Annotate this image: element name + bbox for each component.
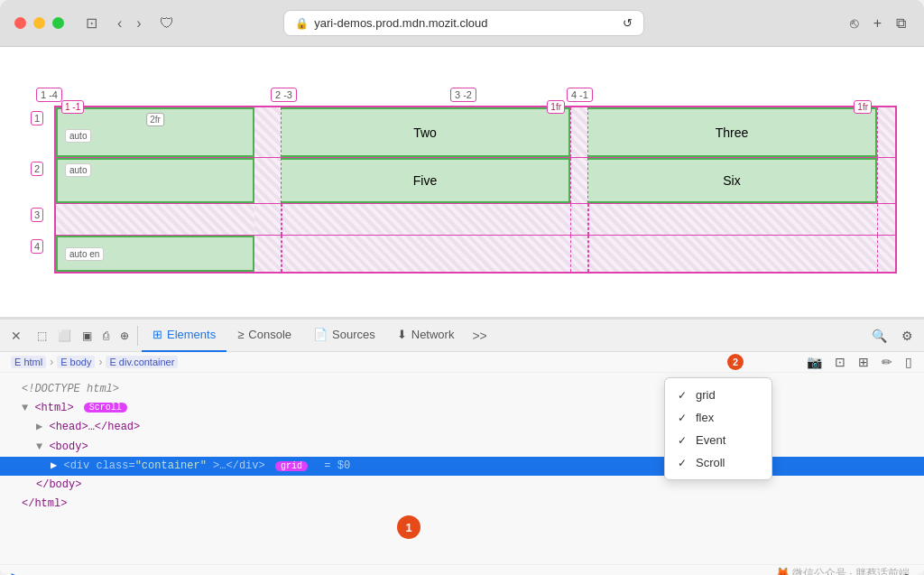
grid-empty-row4-1	[254, 236, 282, 272]
console-prompt[interactable]: >	[11, 570, 17, 575]
grid-empty-row4-2	[282, 236, 570, 272]
tab-overview-button[interactable]: ⧉	[892, 12, 910, 35]
dom-line-div-container[interactable]: ▶ <div class="container" >…</div> grid =…	[0, 457, 924, 476]
dom-panel: E html › E body › E div.container 2	[0, 352, 924, 575]
row-label-1: 1	[31, 111, 43, 125]
devtools-search-button[interactable]: 🔍	[864, 325, 894, 347]
triangle-icon-html: ▼	[22, 402, 34, 414]
page-content: 1 -4 2 -3 3 -2 4 -1 1 1 -1 2fr	[0, 47, 924, 575]
sources-tab-label: Sources	[332, 328, 375, 341]
inspect-element-icon[interactable]: ⬚	[32, 326, 51, 346]
cell-label-two: Two	[413, 125, 437, 140]
console-tab-icon: ≥	[237, 328, 244, 341]
devtools-icon-bar: ⬚ ⬜ ▣ ⎙ ⊕	[29, 326, 138, 346]
grid-cell-six: Six	[588, 158, 877, 203]
dropdown-item-event[interactable]: ✓ Event	[665, 429, 772, 451]
watermark-icon: 🦊	[776, 567, 792, 575]
paint-button[interactable]: ✏	[877, 352, 897, 372]
col-label-4: 4 -1	[567, 88, 593, 102]
triangle-icon-head: ▶	[36, 421, 49, 433]
dropdown-item-flex[interactable]: ✓ flex	[665, 406, 772, 429]
close-button[interactable]	[14, 17, 26, 29]
grid-empty-row3-4	[570, 204, 588, 235]
devtools-panel: ✕ ⬚ ⬜ ▣ ⎙ ⊕ ⊞ Elements ≥ Console 📄	[0, 318, 924, 575]
device-toolbar-icon[interactable]: ⬜	[53, 326, 76, 346]
dom-tree: <!DOCTYPE html> ▼ <html> Scroll ▶ <head>…	[0, 373, 924, 564]
grid-empty-1	[254, 107, 282, 157]
share-button[interactable]: ⎋	[846, 12, 863, 35]
grid-empty-row3-1	[56, 204, 254, 235]
reload-icon[interactable]: ↺	[623, 16, 633, 30]
forward-button[interactable]: ›	[131, 12, 146, 35]
breadcrumb-sep-1: ›	[50, 356, 53, 368]
watermark-text: 🦊 微信公众号 · 胖蔡话前端	[776, 566, 910, 575]
breadcrumb-tag-body: E body	[57, 356, 95, 368]
network-tab-icon: ⬇	[397, 328, 407, 341]
triangle-icon-div: ▶	[51, 459, 63, 472]
cell-label-three: Three	[716, 125, 749, 140]
grid-badge-pill: grid	[275, 461, 308, 471]
cell-auto-badge-one: auto	[65, 129, 91, 143]
traffic-lights	[14, 17, 64, 29]
minimize-button[interactable]	[33, 17, 45, 29]
panel-side-button[interactable]: ▯	[901, 352, 917, 372]
grid-empty-row4-4	[588, 236, 877, 272]
dropdown-item-scroll[interactable]: ✓ Scroll	[665, 451, 772, 474]
grid-empty-row4-3	[570, 236, 588, 272]
nav-buttons: ‹ ›	[112, 12, 147, 35]
dropdown-item-grid[interactable]: ✓ grid	[665, 384, 772, 406]
dom-line-html[interactable]: ▼ <html> Scroll	[0, 399, 924, 418]
attr-class-name: class=	[96, 459, 134, 472]
elements-tab-icon: ⊞	[152, 328, 162, 341]
grid-empty-row4-5	[877, 236, 895, 272]
row-label-4: 4	[31, 239, 43, 254]
shield-icon[interactable]: 🛡	[154, 12, 180, 35]
grid-empty-3	[877, 107, 895, 157]
grid-empty-row3-6	[877, 204, 895, 235]
dom-line-head[interactable]: ▶ <head>…</head>	[0, 418, 924, 437]
dropdown-label-event: Event	[696, 433, 725, 447]
bottom-bar: > 1 🦊 微信公众号 · 胖蔡话前端 ?	[0, 564, 924, 575]
dom-line-body[interactable]: ▼ <body>	[0, 438, 924, 457]
sources-tab-icon: 📄	[313, 328, 328, 341]
devtools-tabs-bar: ✕ ⬚ ⬜ ▣ ⎙ ⊕ ⊞ Elements ≥ Console 📄	[0, 320, 924, 352]
grid-cell-one: 1 -1 2fr auto	[56, 107, 254, 157]
tab-console[interactable]: ≥ Console	[226, 320, 302, 352]
tag-html-open: <html>	[34, 402, 73, 414]
cell-auto-badge-four: auto	[65, 163, 91, 177]
more-tabs-button[interactable]: >>	[465, 325, 494, 347]
screenshot-page-button[interactable]: 📷	[802, 352, 827, 372]
grid-empty-row2-3	[877, 158, 895, 203]
grid-empty-row2-1	[254, 158, 282, 203]
new-tab-button[interactable]: +	[870, 12, 885, 35]
tag-body-open: <body>	[49, 441, 88, 453]
breadcrumb-item-div[interactable]: E div.container	[106, 356, 178, 368]
maximize-button[interactable]	[52, 17, 64, 29]
address-bar[interactable]: 🔒 yari-demos.prod.mdn.mozit.cloud ↺	[283, 10, 644, 36]
grid-panel-button[interactable]: ⊞	[854, 352, 873, 372]
devtools-settings-button[interactable]: ⚙	[894, 325, 920, 347]
network-tab-label: Network	[411, 328, 455, 341]
screenshot-icon[interactable]: ⎙	[98, 326, 114, 346]
sidebar-toggle-button[interactable]: ⊡	[79, 11, 105, 35]
breadcrumb-item-html[interactable]: E html	[11, 356, 46, 368]
breadcrumb-actions: ✓ grid ✓ flex ✓ Event	[802, 352, 917, 372]
back-button[interactable]: ‹	[112, 12, 127, 35]
check-icon-event: ✓	[678, 434, 690, 447]
grid-empty-row3-3	[282, 204, 570, 235]
location-icon[interactable]: ⊕	[116, 326, 134, 346]
tab-elements[interactable]: ⊞ Elements	[142, 320, 226, 352]
breadcrumb-item-body[interactable]: E body	[57, 356, 95, 368]
breadcrumb-tag-html: E html	[11, 356, 46, 368]
panel-layout-icon[interactable]: ▣	[78, 326, 97, 346]
tab-network[interactable]: ⬇ Network	[386, 320, 466, 352]
browser-window: ⊡ ‹ › 🛡 🔒 yari-demos.prod.mdn.mozit.clou…	[0, 0, 924, 575]
dom-line-body-close: </body>	[0, 476, 924, 495]
devtools-close-button[interactable]: ✕	[4, 325, 29, 347]
dom-line-doctype: <!DOCTYPE html>	[0, 380, 924, 399]
tab-sources[interactable]: 📄 Sources	[302, 320, 386, 352]
tag-html-close: </html>	[22, 497, 67, 510]
console-tab-label: Console	[248, 328, 291, 341]
col-label-2: 2 -3	[271, 88, 297, 102]
toggle-device-button[interactable]: ⊡	[830, 352, 850, 372]
